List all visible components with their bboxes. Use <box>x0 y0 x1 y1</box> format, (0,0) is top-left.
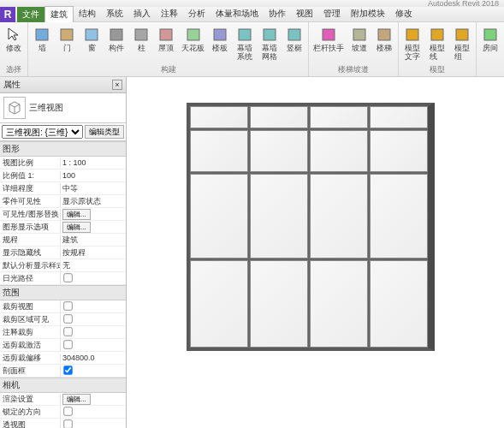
property-row: 视图比例1 : 100 <box>0 157 126 169</box>
property-value[interactable]: 显示原状态 <box>62 197 101 205</box>
ribbon-group-build: 墙门窗构件柱屋顶天花板楼板幕墙系统幕墙网格竖梃 构建 <box>28 22 309 76</box>
ribbon-window-button[interactable]: 窗 <box>80 24 103 54</box>
ribbon-component-button[interactable]: 构件 <box>105 24 127 54</box>
menu-tab-4[interactable]: 注释 <box>156 6 183 22</box>
ribbon-stair-button[interactable]: 楼梯 <box>373 24 395 54</box>
menu-tab-1[interactable]: 结构 <box>74 6 101 22</box>
ribbon-line-button[interactable]: 模型线 <box>426 24 448 62</box>
ribbon-wall-button[interactable]: 墙 <box>31 24 53 54</box>
ribbon-curtain-button[interactable]: 幕墙系统 <box>234 24 256 62</box>
properties-panel: 属性 × 三维视图 三维视图: {三维} 编辑类型 图形视图比例1 : 100比… <box>0 77 127 428</box>
ribbon-door-button[interactable]: 门 <box>56 24 78 54</box>
property-checkbox[interactable] <box>63 340 72 348</box>
column-icon <box>132 25 151 44</box>
type-selector[interactable]: 三维视图 <box>0 93 126 123</box>
svg-rect-11 <box>323 29 335 40</box>
property-row: 渲染设置编辑... <box>0 393 126 406</box>
svg-rect-8 <box>239 29 251 40</box>
ribbon-group-button[interactable]: 模型组 <box>451 24 473 62</box>
menu-tab-8[interactable]: 视图 <box>291 6 318 22</box>
property-name: 裁剪视图 <box>0 301 60 312</box>
modify-button[interactable]: 修改 <box>3 24 25 54</box>
property-value[interactable]: 建筑 <box>62 235 78 244</box>
property-row: 详细程度中等 <box>0 182 126 195</box>
close-icon[interactable]: × <box>112 80 122 90</box>
property-name: 默认分析显示样式 <box>0 260 60 271</box>
property-checkbox[interactable] <box>63 273 72 282</box>
property-value[interactable]: 304800.0 <box>62 354 95 362</box>
property-value[interactable]: 1 : 100 <box>62 158 86 167</box>
edit-button[interactable]: 编辑... <box>62 222 91 233</box>
ribbon-roof-button[interactable]: 屋顶 <box>155 24 177 54</box>
property-checkbox[interactable] <box>63 407 72 415</box>
properties-title: 属性 <box>3 79 21 91</box>
group-icon <box>453 25 471 44</box>
wall-icon <box>33 25 51 44</box>
menu-tab-3[interactable]: 插入 <box>128 6 156 22</box>
view-type-name: 三维视图 <box>29 102 63 114</box>
properties-grid[interactable]: 图形视图比例1 : 100比例值 1:100详细程度中等零件可见性显示原状态可见… <box>0 141 126 428</box>
svg-rect-14 <box>406 29 418 40</box>
property-name: 零件可见性 <box>0 196 60 207</box>
ribbon-rail-button[interactable]: 栏杆扶手 <box>311 24 346 54</box>
property-value[interactable]: 中等 <box>62 184 78 193</box>
category-header[interactable]: 范围 <box>0 285 126 300</box>
curtain-icon <box>235 25 254 44</box>
property-row: 图形显示选项编辑... <box>0 221 126 234</box>
category-header[interactable]: 图形 <box>0 141 126 157</box>
property-checkbox[interactable] <box>63 327 72 336</box>
menu-tab-6[interactable]: 体量和场地 <box>210 6 264 22</box>
menu-tab-2[interactable]: 系统 <box>101 6 128 22</box>
category-header[interactable]: 相机 <box>0 377 126 393</box>
ribbon-mullion-button[interactable]: 竖梃 <box>283 24 305 54</box>
ribbon-column-button[interactable]: 柱 <box>130 24 152 54</box>
group-label-stair: 楼梯坡道 <box>311 64 395 75</box>
menu-tab-0[interactable]: 建筑 <box>44 6 74 22</box>
svg-rect-0 <box>36 29 48 40</box>
property-value[interactable]: 按规程 <box>62 248 86 257</box>
property-checkbox[interactable] <box>63 366 72 374</box>
ribbon-room-button[interactable]: 房间 <box>479 24 501 54</box>
ribbon-text-button[interactable]: 模型文字 <box>401 24 424 62</box>
menu-tab-5[interactable]: 分析 <box>183 6 210 22</box>
cursor-icon <box>4 25 23 44</box>
property-row: 剖面框 <box>0 365 126 377</box>
ribbon-ramp-button[interactable]: 坡道 <box>348 24 371 54</box>
svg-rect-12 <box>353 29 365 40</box>
property-name: 剖面框 <box>0 366 60 377</box>
menu-tab-9[interactable]: 管理 <box>318 6 346 22</box>
menu-tab-11[interactable]: 修改 <box>390 6 418 22</box>
ribbon-floor-button[interactable]: 楼板 <box>209 24 231 54</box>
edit-button[interactable]: 编辑... <box>62 209 91 220</box>
property-name: 远剪裁激活 <box>0 340 60 351</box>
property-name: 显示隐藏线 <box>0 247 60 259</box>
ribbon-grid-button[interactable]: 幕墙网格 <box>258 24 281 62</box>
ribbon-group-model: 模型文字模型线模型组 模型 <box>399 22 477 76</box>
edit-button[interactable]: 编辑... <box>62 394 91 405</box>
edit-type-button[interactable]: 编辑类型 <box>85 125 124 139</box>
curtain-wall-model[interactable] <box>187 103 435 351</box>
menu-tab-10[interactable]: 附加模块 <box>346 6 390 22</box>
ribbon-ceiling-button[interactable]: 天花板 <box>180 24 206 54</box>
property-row: 裁剪区域可见 <box>0 313 126 326</box>
property-row: 远剪裁激活 <box>0 339 126 352</box>
component-icon <box>107 25 126 44</box>
property-name: 可见性/图形替换 <box>0 209 60 220</box>
property-name: 规程 <box>0 235 60 246</box>
menu-tab-7[interactable]: 协作 <box>264 6 291 22</box>
svg-rect-10 <box>288 29 300 40</box>
ramp-icon <box>350 25 369 44</box>
property-value[interactable]: 无 <box>62 261 70 270</box>
instance-selector[interactable]: 三维视图: {三维} <box>2 125 83 139</box>
property-checkbox[interactable] <box>63 314 72 323</box>
property-checkbox[interactable] <box>63 301 72 310</box>
property-row: 注释裁剪 <box>0 326 126 339</box>
menu-file[interactable]: 文件 <box>17 7 44 22</box>
revit-logo[interactable]: R <box>0 7 15 22</box>
property-value[interactable]: 100 <box>62 171 75 180</box>
ceiling-icon <box>184 25 203 44</box>
view-canvas[interactable] <box>127 77 504 428</box>
property-row: 比例值 1:100 <box>0 169 126 182</box>
roof-icon <box>157 25 175 44</box>
property-checkbox[interactable] <box>63 419 72 428</box>
